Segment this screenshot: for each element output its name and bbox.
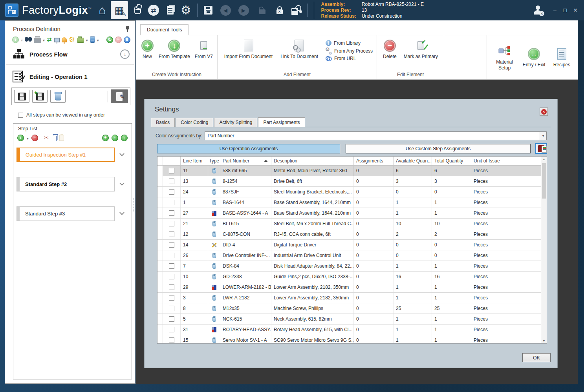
user-logout-icon[interactable]: ✕ [534,5,542,15]
process-audit-icon[interactable] [291,4,302,16]
column-total-quantity[interactable]: Total Quantity [432,157,471,165]
table-row[interactable]: 11 588-mt-665 Metal Rod, Main Pivot, Rot… [157,166,547,176]
edit-mode-button[interactable] [111,89,128,103]
process-settings-icon[interactable] [69,36,75,43]
find-icon[interactable] [25,37,32,42]
material-setup-button[interactable]: Material Setup [492,44,517,71]
row-checkbox[interactable] [169,337,174,343]
remove-step-icon[interactable] [31,135,38,141]
row-checkbox[interactable] [169,232,174,237]
row-checkbox[interactable] [169,284,174,290]
use-operation-assignments-button[interactable]: Use Operation Assignments [157,144,340,153]
save-as-button[interactable]: ↰ [32,90,48,103]
zoom-add-icon[interactable] [102,135,109,141]
library-icon[interactable] [77,38,84,43]
row-checkbox[interactable] [169,316,174,322]
close-button[interactable] [572,7,579,13]
back-icon[interactable]: ◀ [220,5,231,16]
chevron-down-icon[interactable] [119,151,124,156]
column-type[interactable]: Type [208,157,220,165]
from-url-button[interactable]: From URL [324,55,374,62]
use-custom-step-assignments-button[interactable]: Use Custom Step Assignments [346,144,531,153]
settings-icon[interactable] [181,4,191,16]
chevron-down-icon[interactable] [119,210,124,215]
paste-icon[interactable] [59,135,64,141]
dialog-close-icon[interactable] [540,108,548,116]
column-part-number[interactable]: Part Number [220,157,271,165]
ok-button[interactable]: OK [522,353,551,362]
row-checkbox[interactable] [169,189,174,195]
tab-color-coding[interactable]: Color Coding [176,118,213,127]
table-row[interactable]: 10 GD-2338 Guide Pins,2 pcs, D6x20, ISO … [157,272,547,282]
sync-icon[interactable] [148,5,159,16]
library-dropdown-icon[interactable] [86,36,88,43]
delete-element-button[interactable]: − Delete [381,38,399,59]
copy-icon[interactable] [52,136,57,141]
assignments-book-button[interactable] [535,143,547,154]
add-step-icon[interactable] [17,135,24,141]
from-library-button[interactable]: From Library [324,39,374,47]
table-row[interactable]: 13 8-1254 Drive Belt, 6ft 0 3 3 Pieces [157,176,547,187]
any-order-checkbox[interactable] [18,113,23,118]
recycle-dropdown-icon[interactable] [97,36,99,43]
step-item-guided-inspection[interactable]: Guided Inspection Step #1 [16,148,128,162]
process-flow-header[interactable]: Process Flow [5,43,135,60]
tab-document-tools[interactable]: Document Tools [140,24,189,35]
import-from-document-button[interactable]: Import From Document [222,38,275,59]
from-v7-button[interactable]: From V7 [193,38,215,59]
splitter-grip[interactable] [133,198,135,212]
notifications-icon[interactable] [62,37,67,42]
collapse-icon[interactable] [120,49,130,59]
remove-icon[interactable] [115,36,122,43]
add-step-dropdown-icon[interactable] [27,134,29,141]
row-checkbox[interactable] [169,263,174,269]
save-operation-button[interactable] [14,90,29,103]
table-row[interactable]: 26 Drive Controller INF-... Industrial A… [157,250,547,261]
from-template-button[interactable]: ↓ From Template [157,38,192,59]
refresh-icon[interactable] [106,36,113,43]
print-dropdown-icon[interactable] [43,36,45,43]
table-row[interactable]: 3 LWR-A-2182 Lower Arm Assembly, 2182, 3… [157,293,547,303]
unlock-icon[interactable] [259,9,265,14]
recycle-icon[interactable] [90,36,95,43]
row-checkbox[interactable] [169,242,174,248]
home-icon[interactable] [99,4,106,16]
table-row[interactable]: 14 DID-4 Digital Torque Driver 0 0 0 Pie… [157,240,547,250]
table-row[interactable]: 27 BASE-ASSY-1644 - A Base Stand Assembl… [157,208,547,219]
scrollbar-thumb[interactable] [542,163,546,199]
new-button[interactable]: + New [139,38,156,59]
tab-part-assignments[interactable]: Part Assignments [258,117,305,127]
tab-basics[interactable]: Basics [151,118,175,127]
color-assignments-select[interactable]: Part Number [205,131,547,140]
add-icon[interactable] [12,36,19,43]
row-checkbox[interactable] [169,200,174,205]
table-row[interactable]: 8 M12x35 Machine Screw, Phillips 0 25 25… [157,303,547,314]
add-dropdown-icon[interactable] [21,36,23,43]
row-checkbox[interactable] [169,327,174,332]
any-order-option[interactable]: All steps can be viewed in any order [5,105,135,118]
from-any-process-button[interactable]: From Any Process [324,47,374,55]
table-row[interactable]: 31 ROTARY-HEAD-ASSY... Rotary Head Assem… [157,325,547,335]
row-checkbox[interactable] [169,210,174,216]
maximize-button[interactable] [562,7,568,13]
move-up-icon[interactable] [112,135,118,141]
table-row[interactable]: 5 NCK-615 Neck Assembly, 615, 82mm 0 1 1… [157,314,547,325]
row-checkbox[interactable] [169,295,174,301]
table-row[interactable]: 29 LOWER-ARM-2182 - B Lower Arm Assembly… [157,282,547,293]
table-row[interactable]: 12 C-8875-CON RJ-45, CCA conn cable, 6ft… [157,229,547,240]
save-icon[interactable] [204,6,212,15]
minimize-button[interactable] [552,7,558,13]
column-description[interactable]: Description [271,157,354,165]
mark-as-primary-button[interactable]: Mark as Primary [402,38,440,59]
presentation-icon[interactable] [54,38,60,42]
step-item-standard-2[interactable]: Standard Step #2 [16,177,128,191]
lock-icon[interactable] [276,9,283,14]
row-checkbox[interactable] [169,306,174,311]
column-line-item[interactable]: Line Item [181,157,208,165]
vertical-scrollbar[interactable] [541,157,547,343]
chevron-down-icon[interactable] [119,181,124,186]
move-down-icon[interactable] [121,135,128,141]
forward-icon[interactable]: ▶ [238,5,249,16]
column-assignments[interactable]: Assignments [354,157,394,165]
tab-activity-splitting[interactable]: Activity Splitting [214,118,257,127]
